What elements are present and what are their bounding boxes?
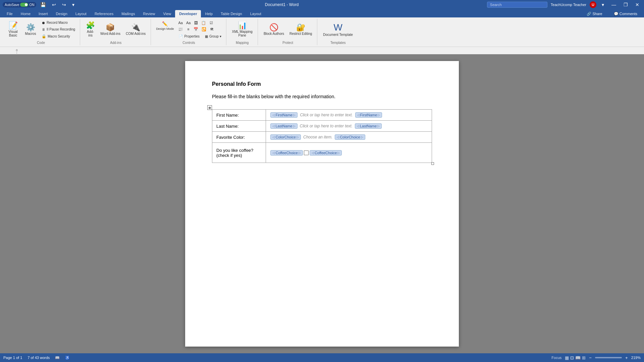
group-label: Group ▾ (209, 35, 221, 38)
color-tag-end[interactable]: ColorChoice (335, 134, 365, 140)
autosave-label: AutoSave (5, 3, 19, 7)
controls-bottom-btns: 📄 Properties ▦ Group ▾ (177, 34, 223, 39)
add-ins-button[interactable]: 🧩 Add-ins (84, 20, 97, 39)
tab-comments[interactable]: 💬 Comments (610, 10, 641, 17)
tab-review[interactable]: Review (139, 10, 159, 17)
tab-help[interactable]: Help (201, 10, 217, 17)
tab-references[interactable]: References (91, 10, 117, 17)
properties-button[interactable]: 📄 Properties (177, 34, 202, 39)
print-layout-button[interactable]: ▦ (565, 355, 569, 360)
tab-mailings[interactable]: Mailings (117, 10, 139, 17)
coffee-tag-start[interactable]: CoffeeChoice (270, 150, 303, 156)
last-name-placeholder[interactable]: Click or tap here to enter text. (299, 124, 354, 128)
status-bar: Page 1 of 1 7 of 43 words 📖 ♿ Focus ▦ ⊡ … (0, 353, 644, 362)
design-mode-button[interactable]: ✏️ Design Mode (154, 20, 175, 39)
minimize-button[interactable]: — (609, 1, 618, 8)
pause-recording-button[interactable]: ⏸ II Pause Recording (40, 26, 77, 33)
word-addins-label: Word Add-ins (100, 32, 120, 36)
last-name-input-cell[interactable]: LastName Click or tap here to enter text… (266, 121, 432, 132)
group-button[interactable]: ▦ Group ▾ (203, 34, 223, 39)
tab-layout[interactable]: Layout (71, 10, 91, 17)
color-tag-start[interactable]: ColorChoice (270, 134, 301, 140)
first-name-placeholder[interactable]: Click or tap here to enter text. (299, 113, 354, 117)
code-small-btns: ⚙️ Macros (22, 22, 39, 37)
redo-button[interactable]: ↪ (60, 1, 68, 8)
coffee-input-cell[interactable]: CoffeeChoice CoffeeChoice (266, 143, 432, 163)
tab-developer[interactable]: Developer (175, 10, 201, 17)
text-predictions-button[interactable]: 📖 (55, 356, 60, 360)
last-name-tag-start[interactable]: LastName (270, 123, 297, 129)
title-bar-right: TeachUcomp Teacher U ▾ — ❐ ✕ (487, 1, 641, 8)
first-name-input-cell[interactable]: FirstName Click or tap here to enter tex… (266, 110, 432, 121)
coffee-checkbox[interactable] (304, 150, 309, 155)
tab-view[interactable]: View (159, 10, 175, 17)
code-group-content: 📝 VisualBasic ⚙️ Macros ⏺ Record Macro ⏸… (5, 19, 77, 40)
save-button[interactable]: 💾 (38, 1, 48, 8)
date-picker-button[interactable]: 📅 (192, 26, 200, 32)
legacy-tools-button[interactable]: 🛠 (208, 26, 215, 32)
picture-button[interactable]: 🖼 (193, 20, 199, 26)
first-name-tag-start[interactable]: FirstName (270, 112, 298, 118)
word-addins-button[interactable]: 📦 Word Add-ins (98, 22, 123, 37)
building-blocks-button[interactable]: 📋 (200, 20, 207, 26)
zoom-out-button[interactable]: − (589, 355, 592, 360)
coffee-tag-end[interactable]: CoffeeChoice (310, 150, 342, 156)
visual-basic-button[interactable]: 📝 VisualBasic (5, 20, 21, 39)
zoom-in-button[interactable]: + (625, 355, 628, 360)
customize-qat-button[interactable]: ▾ (70, 1, 76, 8)
macro-security-label: Macro Security (48, 35, 70, 38)
ribbon-display-button[interactable]: ▾ (600, 1, 606, 8)
tab-file[interactable]: File (3, 10, 17, 17)
close-button[interactable]: ✕ (633, 1, 641, 8)
repeating-section-button[interactable]: 🔁 (200, 26, 208, 32)
rich-text-button[interactable]: Aa (185, 20, 192, 26)
undo-button[interactable]: ↩ (50, 1, 58, 8)
accessibility-button[interactable]: ♿ (65, 356, 70, 360)
ribbon-group-templates: W Document Template Templates (318, 19, 358, 45)
tab-layout2[interactable]: Layout (246, 10, 265, 17)
protect-group-label: Protect (282, 41, 293, 45)
zoom-slider[interactable] (595, 357, 622, 358)
tab-table-design[interactable]: Table Design (217, 10, 246, 17)
block-authors-button[interactable]: 🚫 Block Authors (261, 22, 286, 37)
table-row: Last Name: LastName Click or tap here to… (212, 121, 432, 132)
properties-label: Properties (184, 35, 200, 38)
checkbox-content-button[interactable]: ☑ (208, 20, 215, 26)
macro-security-button[interactable]: 🔒 Macro Security (40, 33, 77, 40)
first-name-tag-end[interactable]: FirstName (355, 112, 382, 118)
focus-button[interactable]: Focus (551, 356, 561, 360)
read-mode-button[interactable]: 📖 (575, 355, 581, 360)
plain-text-button[interactable]: Aa (177, 20, 184, 26)
combo-box-button[interactable]: 📰 (177, 26, 184, 32)
fav-color-label-cell: Favorite Color: (212, 132, 266, 143)
coffee-label-line2: (check if yes) (216, 153, 242, 158)
restore-button[interactable]: ❐ (622, 1, 630, 8)
code-large-btns: 📝 VisualBasic (5, 20, 21, 39)
tab-share[interactable]: 🔗 Share (583, 10, 606, 17)
page-content: Personal Info Form Please fill-in the bl… (212, 81, 432, 164)
record-macro-button[interactable]: ⏺ Record Macro (40, 20, 77, 26)
autosave-toggle[interactable]: AutoSave ON (3, 2, 36, 7)
design-mode-label: Design Mode (156, 27, 174, 31)
properties-icon: 📄 (179, 35, 183, 38)
search-input[interactable] (487, 2, 547, 8)
macros-button[interactable]: ⚙️ Macros (22, 22, 39, 37)
xml-mapping-pane-button[interactable]: 📊 XML MappingPane (230, 20, 255, 39)
restrict-editing-button[interactable]: 🔐 Restrict Editing (287, 22, 314, 37)
tab-insert[interactable]: Insert (35, 10, 52, 17)
dropdown-button[interactable]: ≡ (185, 26, 192, 32)
document-template-button[interactable]: W Document Template (321, 21, 355, 38)
tab-home[interactable]: Home (17, 10, 35, 17)
table-resize-handle[interactable] (431, 162, 434, 165)
web-layout-button[interactable]: ⊡ (570, 355, 574, 360)
last-name-tag-end[interactable]: LastName (355, 123, 382, 129)
com-addins-button[interactable]: 🔌 COM Add-ins (123, 22, 148, 37)
fav-color-input-cell[interactable]: ColorChoice Choose an item. ColorChoice (266, 132, 432, 143)
color-placeholder[interactable]: Choose an item. (302, 135, 334, 139)
table-move-handle[interactable]: ⊕ (207, 105, 212, 110)
ribbon-group-protect: 🚫 Block Authors 🔐 Restrict Editing Prote… (259, 19, 317, 45)
tab-design[interactable]: Design (52, 10, 71, 17)
ribbon-right-tabs: 🔗 Share 💬 Comments (583, 10, 641, 17)
group-icon: ▦ (205, 35, 208, 38)
focus-view-button[interactable]: ⊞ (582, 355, 586, 360)
